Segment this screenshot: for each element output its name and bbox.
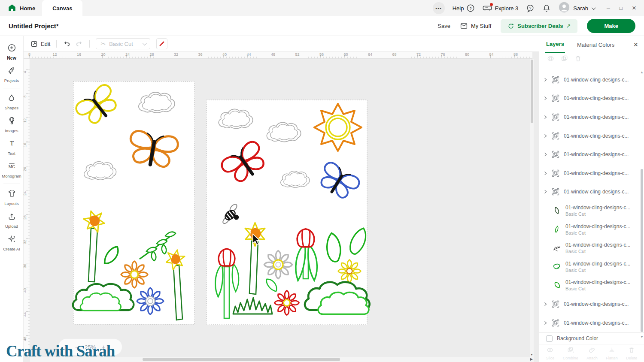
layer-group-row[interactable]: 01-window-cling-designs-c... — [539, 127, 641, 145]
svg-text:MG: MG — [8, 164, 15, 169]
layer-name: 01-window-cling-designs-c... — [564, 133, 629, 139]
duplicate-disabled-icon[interactable] — [561, 55, 568, 62]
canvas-vertical-scrollbar[interactable]: ▼ — [530, 59, 534, 357]
chevron-right-icon[interactable] — [543, 78, 547, 81]
bell-icon[interactable] — [542, 4, 551, 12]
scrollbar-thumb[interactable] — [143, 358, 340, 361]
my-stuff-icon — [460, 22, 468, 30]
design-orange-daisy — [121, 261, 148, 288]
sidebar-item-monogram[interactable]: MGMonogram — [0, 159, 23, 181]
sidebar-item-shapes[interactable]: Shapes — [0, 90, 23, 113]
sidebar-item-create-ai[interactable]: Create AI — [0, 232, 23, 254]
panel-tabs: LayersMaterial Colors× — [539, 36, 644, 53]
layer-group-row[interactable]: 01-window-cling-designs-c... — [539, 108, 641, 127]
horizontal-ruler: 8121620242832364044485256606468727680848… — [24, 52, 532, 59]
sidebar-item-upload[interactable]: Upload — [0, 209, 23, 232]
design-sun — [314, 104, 361, 151]
red-pen-icon — [158, 40, 166, 48]
tab-home[interactable]: Home — [0, 0, 42, 16]
sidebar-item-text[interactable]: TText — [0, 136, 23, 159]
question-circle-icon: ? — [466, 4, 475, 12]
sidebar-item-layouts[interactable]: Layouts — [0, 186, 23, 209]
sidebar-divider — [3, 184, 20, 184]
scrollbar-thumb[interactable] — [531, 60, 533, 123]
linetype-select[interactable]: ✂ Basic Cut — [96, 38, 150, 49]
background-color-checkbox[interactable] — [546, 335, 553, 342]
attach-icon — [589, 347, 595, 355]
group-icon — [551, 75, 560, 84]
layer-group-row[interactable]: 01-window-cling-designs-c... — [539, 145, 641, 164]
layer-shape-row[interactable]: 01-window-cling-designs-c...Basic Cut — [539, 276, 641, 295]
chevron-right-icon[interactable] — [543, 190, 547, 193]
layer-name: 01-window-cling-designs-c... — [565, 242, 630, 248]
layer-shape-row[interactable]: 01-window-cling-designs-c...Basic Cut — [539, 220, 641, 239]
layer-group-row[interactable]: 01-window-cling-designs-c... — [539, 314, 641, 332]
ruler-label: 80 — [465, 52, 469, 57]
flatten-action-button[interactable]: Flatten — [606, 347, 618, 360]
tab-material-colors[interactable]: Material Colors — [576, 37, 615, 53]
edit-tool-button[interactable]: Edit — [30, 40, 50, 48]
scroll-down-icon[interactable]: ▼ — [530, 353, 534, 356]
group-icon — [551, 113, 560, 121]
sidebar-item-new[interactable]: New — [0, 40, 23, 63]
color-swatch-button[interactable] — [156, 38, 167, 49]
slice-icon — [547, 347, 553, 355]
feedback-icon[interactable]: ? — [526, 4, 535, 12]
window-minimize-button[interactable]: – — [607, 5, 610, 12]
ruler-label: 12 — [53, 52, 57, 57]
slice-action-button[interactable]: Slice — [546, 347, 555, 360]
edit-toolbar: Edit ✂ Basic Cut — [24, 36, 539, 52]
combine-action-button[interactable]: Combine — [563, 347, 578, 360]
tab-home-label: Home — [20, 5, 35, 12]
titlebar: Home Canvas ••• Help ? Explore 3 ? Sara — [0, 0, 644, 16]
layer-linetype: Basic Cut — [565, 211, 630, 217]
undo-icon[interactable] — [63, 40, 70, 48]
layer-group-row[interactable]: 01-window-cling-designs-c... — [539, 183, 641, 202]
tab-canvas[interactable]: Canvas — [42, 0, 82, 16]
window-close-button[interactable]: × — [632, 4, 636, 12]
sidebar-item-projects[interactable]: Projects — [0, 63, 23, 86]
group-icon — [551, 132, 560, 140]
tab-layers[interactable]: Layers — [545, 36, 565, 53]
subscriber-deals-button[interactable]: Subscriber Deals ↗ — [501, 19, 577, 33]
panel-close-icon[interactable]: × — [633, 40, 638, 49]
layer-group-row[interactable]: 01-window-cling-designs-c... — [539, 295, 641, 314]
my-stuff-button[interactable]: My Stuff — [460, 22, 491, 30]
delete-action-button[interactable]: Delete — [626, 347, 637, 360]
chevron-right-icon[interactable] — [543, 302, 547, 306]
more-options-button[interactable]: ••• — [433, 2, 445, 14]
layer-shape-row[interactable]: 01-window-cling-designs-c...Basic Cut — [539, 238, 641, 257]
sparkle-icon — [7, 235, 16, 245]
chevron-right-icon[interactable] — [543, 134, 547, 137]
user-menu[interactable]: Sarah — [559, 2, 595, 15]
attach-action-button[interactable]: Attach — [586, 347, 598, 360]
app-window: Home Canvas ••• Help ? Explore 3 ? Sara — [0, 0, 644, 362]
chevron-right-icon[interactable] — [543, 115, 547, 119]
scroll-up-icon[interactable]: ▲ — [640, 70, 644, 74]
layer-shape-row[interactable]: 01-window-cling-designs-c...Basic Cut — [539, 257, 641, 276]
panel-scrollbar[interactable]: ▲ ▼ — [641, 75, 643, 333]
layer-text: 01-window-cling-designs-c...Basic Cut — [565, 279, 630, 291]
explore-button[interactable]: Explore 3 — [483, 5, 518, 12]
chevron-right-icon[interactable] — [543, 172, 547, 175]
help-button[interactable]: Help ? — [453, 4, 475, 12]
scroll-right-icon[interactable]: ▶ — [530, 357, 533, 361]
layer-name: 01-window-cling-designs-c... — [565, 223, 630, 229]
chevron-right-icon[interactable] — [543, 97, 547, 100]
scrollbar-thumb[interactable] — [641, 169, 643, 332]
design-canvas[interactable] — [30, 59, 532, 355]
blend-disabled-icon[interactable] — [547, 55, 554, 62]
chevron-right-icon[interactable] — [543, 321, 547, 324]
sidebar-item-images[interactable]: Images — [0, 113, 23, 136]
design-tulip-flower — [297, 229, 314, 247]
chevron-right-icon[interactable] — [543, 153, 547, 156]
delete-disabled-icon[interactable] — [574, 55, 582, 62]
save-button[interactable]: Save — [437, 23, 450, 29]
redo-icon[interactable] — [76, 40, 83, 48]
layer-group-row[interactable]: 01-window-cling-designs-c... — [539, 164, 641, 183]
make-button[interactable]: Make — [587, 19, 635, 33]
window-maximize-button[interactable]: □ — [620, 5, 623, 11]
layer-group-row[interactable]: 01-window-cling-designs-c... — [539, 70, 641, 89]
layer-shape-row[interactable]: 01-window-cling-designs-c...Basic Cut — [539, 201, 641, 220]
layer-group-row[interactable]: 01-window-cling-designs-c... — [539, 89, 641, 108]
